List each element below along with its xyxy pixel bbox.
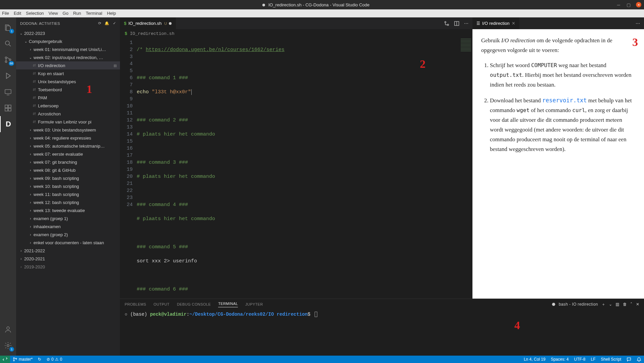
tree-exercise[interactable]: #!Formule van Leibniz voor pi — [16, 118, 120, 126]
window-maximize-button[interactable]: ▢ — [626, 2, 631, 7]
tree-exercise[interactable]: #!PAM — [16, 94, 120, 102]
preview-content[interactable]: Gebruik I/O redirection om de volgende o… — [472, 29, 644, 299]
file-indicator-icon: ▤ — [114, 64, 117, 67]
menu-run[interactable]: Run — [73, 11, 81, 16]
scm-badge: 88 — [9, 61, 14, 66]
status-branch[interactable]: master* — [10, 357, 35, 362]
tree-week[interactable]: › week 07: eerste evaluatie — [16, 150, 120, 158]
activity-dodona-icon[interactable]: D — [0, 116, 16, 132]
more-actions-icon[interactable]: ⋯ — [632, 21, 644, 26]
activity-debug-icon[interactable] — [0, 68, 16, 84]
status-language[interactable]: Shell Script — [598, 357, 624, 362]
tree-week[interactable]: ›week 08: git & GitHub — [16, 166, 120, 174]
status-problems[interactable]: ⊘0 ⚠0 — [44, 357, 65, 362]
window-close-button[interactable]: ✕ — [636, 2, 641, 7]
tree-week[interactable]: ›inhaalexamen — [16, 222, 120, 230]
status-notifications-icon[interactable] — [634, 357, 644, 362]
status-eol[interactable]: LF — [588, 357, 598, 362]
svg-point-2 — [5, 61, 7, 63]
svg-point-11 — [445, 21, 446, 23]
new-terminal-icon[interactable]: ＋ — [601, 302, 605, 307]
panel-tab-debug[interactable]: DEBUG CONSOLE — [177, 302, 211, 306]
dirty-indicator-icon — [262, 4, 265, 6]
tree-week[interactable]: ⌄week 02: input/output redirection, … — [16, 53, 120, 61]
svg-point-9 — [7, 327, 9, 329]
status-sync[interactable]: ↻ — [35, 357, 44, 362]
menu-selection[interactable]: Selection — [26, 11, 44, 16]
tree-week[interactable]: ›week 01: kennismaking met Unix/Li… — [16, 45, 120, 53]
panel-tab-terminal[interactable]: TERMINAL — [218, 302, 238, 307]
window-minimize-button[interactable]: ─ — [616, 2, 621, 7]
close-panel-icon[interactable]: ✕ — [636, 302, 639, 307]
tree-exercise[interactable]: #!Toetsenbord — [16, 86, 120, 94]
tree-week[interactable]: ›enkel voor documenten - laten staan — [16, 239, 120, 247]
shell-file-icon: $ — [124, 21, 126, 26]
breadcrumb[interactable]: $ IO_redirection.sh — [120, 29, 472, 38]
code-content[interactable]: /* https://dodona.ugent.be/nl/courses/16… — [137, 38, 459, 299]
activity-scm-icon[interactable]: 88 — [0, 52, 16, 68]
tree-week[interactable]: ›week 11: bash scripting — [16, 190, 120, 198]
terminal-name[interactable]: bash - IO redirection — [559, 302, 598, 307]
check-icon[interactable]: ✓ — [113, 21, 116, 25]
tree-week[interactable]: ›week 03: Unix bestandssysteem — [16, 126, 120, 134]
more-actions-icon[interactable]: ⋯ — [464, 21, 468, 26]
tree-week[interactable]: ›week 07: git branching — [16, 158, 120, 166]
menu-help[interactable]: Help — [107, 11, 116, 16]
status-cursor-pos[interactable]: Ln 4, Col 19 — [521, 357, 548, 362]
menu-terminal[interactable]: Terminal — [86, 11, 102, 16]
panel-tab-output[interactable]: OUTPUT — [153, 302, 170, 306]
activity-extensions-icon[interactable] — [0, 100, 16, 116]
menu-edit[interactable]: Edit — [14, 11, 21, 16]
compare-changes-icon[interactable] — [444, 21, 449, 26]
tree-week[interactable]: ›week 05: automatische tekstmanip… — [16, 142, 120, 150]
tree-week[interactable]: ›examen (groep 1) — [16, 214, 120, 222]
bell-icon[interactable]: 🔔 — [105, 21, 109, 25]
editor-tab[interactable]: $ IO_redirection.sh U — [120, 17, 176, 29]
tree-week[interactable]: ›week 13: tweede evaluatie — [16, 206, 120, 214]
status-spaces[interactable]: Spaces: 4 — [548, 357, 571, 362]
split-terminal-icon[interactable]: ▥ — [616, 302, 619, 307]
maximize-panel-icon[interactable]: ˄ — [630, 302, 632, 307]
tree-week[interactable]: ›week 12: bash scripting — [16, 198, 120, 206]
activity-search-icon[interactable] — [0, 36, 16, 52]
code-editor[interactable]: 123456789101112131415161718192021222324 … — [120, 38, 472, 299]
tree-exercise[interactable]: #!Unix bestandstypes — [16, 77, 120, 86]
activity-remote-icon[interactable] — [0, 84, 16, 100]
panel-tab-jupyter[interactable]: JUPYTER — [245, 302, 263, 306]
terminal-dropdown-icon[interactable]: ⌄ — [609, 302, 612, 307]
panel-tab-problems[interactable]: PROBLEMS — [125, 302, 146, 306]
tree-year-2021[interactable]: ›2021-2022 — [16, 247, 120, 255]
tree-week[interactable]: ›week 10: bash scripting — [16, 182, 120, 190]
kill-terminal-icon[interactable]: 🗑 — [623, 302, 627, 307]
split-editor-icon[interactable] — [454, 21, 459, 26]
menu-go[interactable]: Go — [63, 11, 68, 16]
tree-exercise[interactable]: #!Kop en staart — [16, 69, 120, 77]
svg-rect-7 — [5, 108, 8, 111]
sidebar-tree[interactable]: ⌄2022-2023 ⌄Computergebruik ›week 01: ke… — [16, 29, 120, 356]
tree-year-2022[interactable]: ⌄2022-2023 — [16, 29, 120, 37]
status-encoding[interactable]: UTF-8 — [571, 357, 588, 362]
remote-indicator[interactable] — [0, 356, 10, 363]
tree-week[interactable]: ›week 04: reguliere expressies — [16, 134, 120, 142]
minimap[interactable] — [459, 38, 472, 299]
reservoir-link[interactable]: reservoir.txt — [542, 97, 587, 104]
preview-tab[interactable]: ☰ I/O redirection ✕ — [472, 17, 519, 29]
tree-year-2020[interactable]: ›2020-2021 — [16, 255, 120, 263]
tree-week[interactable]: ›examen (groep 2) — [16, 230, 120, 239]
tree-exercise[interactable]: #!Acrostichon — [16, 110, 120, 118]
terminal-profile-icon: ⬣ — [552, 302, 555, 307]
tree-exercise[interactable]: #!Lettersoep — [16, 102, 120, 110]
activity-explorer-icon[interactable]: 1 — [0, 19, 16, 36]
menu-file[interactable]: File — [2, 11, 9, 16]
tree-exercise-io-redirection[interactable]: #!I/O redirection▤ — [16, 61, 120, 69]
activity-account-icon[interactable] — [0, 321, 16, 338]
status-feedback-icon[interactable] — [624, 357, 634, 362]
activity-settings-icon[interactable]: 1 — [0, 338, 16, 354]
menu-view[interactable]: View — [49, 11, 58, 16]
refresh-icon[interactable]: ⟳ — [98, 21, 101, 25]
terminal[interactable]: ○ (base) peck@vladimir:~/Desktop/CG-Dodo… — [120, 310, 644, 356]
tree-week[interactable]: ›week 09: bash scripting — [16, 174, 120, 182]
tree-year-2019[interactable]: ›2019-2020 — [16, 263, 120, 271]
close-icon[interactable]: ✕ — [512, 21, 515, 26]
tree-course[interactable]: ⌄Computergebruik — [16, 37, 120, 45]
